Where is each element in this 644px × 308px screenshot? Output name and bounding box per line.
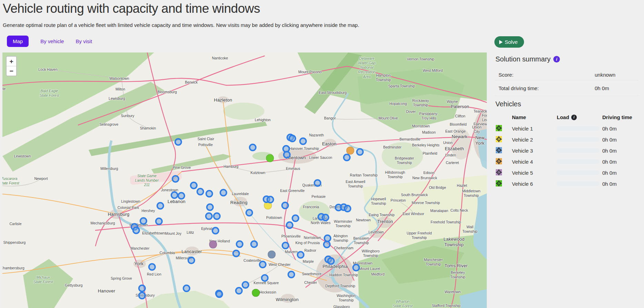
vehicle-name: Vehicle 1 <box>512 126 533 132</box>
visit-marker[interactable] <box>289 135 296 142</box>
visit-marker[interactable] <box>178 192 185 200</box>
map-label: Reading <box>230 200 248 205</box>
visit-marker[interactable] <box>250 240 258 248</box>
visit-marker[interactable] <box>286 221 293 229</box>
map-label: King of Prussia <box>295 241 320 245</box>
vehicle-row: Vehicle 40h 0m <box>494 156 643 167</box>
visit-marker[interactable] <box>242 281 249 289</box>
visit-marker[interactable] <box>205 212 213 220</box>
visit-marker[interactable] <box>249 144 256 151</box>
map-label: Norristown <box>304 235 321 240</box>
visit-marker[interactable] <box>323 241 331 248</box>
visit-marker[interactable] <box>283 151 291 158</box>
summary-row: Total driving time:0h 0m <box>494 80 639 96</box>
visit-marker[interactable] <box>288 271 295 278</box>
visit-marker[interactable] <box>259 261 266 268</box>
visit-marker[interactable] <box>232 250 240 257</box>
depot-marker[interactable] <box>346 147 354 155</box>
vehicle-row: Vehicle 30h 0m <box>494 145 643 156</box>
vehicle-row: Vehicle 10h 0m <box>494 123 643 134</box>
visit-marker[interactable] <box>212 227 219 234</box>
map-label: Manalapan <box>430 209 448 213</box>
map-label: Mount Laurel <box>359 267 380 271</box>
visit-marker[interactable] <box>220 189 227 196</box>
visit-marker[interactable] <box>343 154 351 161</box>
visit-marker[interactable] <box>148 263 156 271</box>
zoom-in-button[interactable]: + <box>7 57 16 66</box>
map-label: Shippensburg <box>3 240 26 245</box>
visit-marker[interactable] <box>138 292 146 299</box>
vehicle-load-bar <box>557 137 599 142</box>
visit-marker[interactable] <box>344 205 351 212</box>
map-label: Berwick <box>185 80 198 85</box>
visit-marker[interactable] <box>138 285 146 292</box>
depot-marker[interactable] <box>268 251 276 259</box>
visit-marker[interactable] <box>292 214 299 222</box>
visit-marker[interactable] <box>205 190 213 198</box>
vehicle-driving-time: 0h 0m <box>602 137 617 143</box>
map-label: Laureldale <box>232 192 249 196</box>
visit-marker[interactable] <box>197 188 204 195</box>
depot-marker[interactable] <box>266 154 274 162</box>
map-label: Selinsgrove <box>100 122 119 127</box>
map-label: West Chester <box>269 262 290 267</box>
visit-marker[interactable] <box>235 287 243 295</box>
visit-marker[interactable] <box>327 257 335 265</box>
route-map[interactable]: Lock HavenBellefonteBald Eagle State For… <box>2 52 487 308</box>
visit-marker[interactable] <box>140 217 147 225</box>
depot-marker[interactable] <box>209 241 217 249</box>
map-label: New York <box>475 135 485 146</box>
visit-marker[interactable] <box>281 202 289 209</box>
visit-marker[interactable] <box>314 179 321 187</box>
map-label: Lewistown <box>14 154 31 158</box>
map-label: Perkasie <box>312 194 326 199</box>
map-label: Trenton <box>377 219 393 224</box>
visit-marker[interactable] <box>188 257 195 264</box>
tab-map[interactable]: Map <box>7 36 29 47</box>
map-label: Toms River <box>444 263 467 269</box>
map-label: Berkeley Heights <box>412 143 439 147</box>
visit-marker[interactable] <box>132 227 140 234</box>
page-title: Vehicle routing with capacity and time w… <box>3 1 260 16</box>
visit-marker[interactable] <box>172 175 179 183</box>
map-label: Swarthmore <box>302 272 322 276</box>
visit-marker[interactable] <box>352 264 360 271</box>
visit-marker[interactable] <box>171 191 178 199</box>
tab-by-visit[interactable]: By visit <box>76 38 92 44</box>
visit-marker[interactable] <box>183 285 190 292</box>
tab-by-vehicle[interactable]: By vehicle <box>40 38 64 44</box>
vehicle-row: Vehicle 60h 0m <box>494 178 643 189</box>
vehicle-name: Vehicle 6 <box>512 181 533 187</box>
visit-marker[interactable] <box>261 274 269 282</box>
map-label: Kutztown <box>250 171 265 175</box>
visit-marker[interactable] <box>356 148 364 156</box>
visit-marker[interactable] <box>236 240 243 248</box>
visit-marker[interactable] <box>174 138 182 146</box>
visit-marker[interactable] <box>190 182 198 189</box>
map-label: Berkeley Township <box>443 270 472 279</box>
visit-marker[interactable] <box>215 290 223 298</box>
map-label: Clifton <box>455 114 465 118</box>
depot-marker[interactable] <box>252 289 260 297</box>
visit-marker[interactable] <box>297 251 304 259</box>
vehicle-load-bar <box>557 148 599 153</box>
summary-info-icon[interactable]: i <box>553 56 560 62</box>
map-label: Hopatcong <box>390 102 407 106</box>
visit-marker[interactable] <box>322 214 329 221</box>
visit-marker[interactable] <box>213 212 221 220</box>
map-label: Bloomsburg <box>158 90 177 94</box>
map-label: Pine Grove <box>173 165 191 170</box>
zoom-out-button[interactable]: − <box>7 66 16 76</box>
solve-button[interactable]: Solve <box>494 36 524 48</box>
visit-marker[interactable] <box>155 218 163 225</box>
visit-marker[interactable] <box>266 196 274 203</box>
load-info-icon[interactable]: i <box>571 115 577 120</box>
summary-row: Score:unknown <box>494 69 639 80</box>
visit-marker[interactable] <box>299 137 307 145</box>
map-label: Bloomfield <box>450 122 466 127</box>
visit-marker[interactable] <box>157 202 164 210</box>
visit-marker[interactable] <box>282 242 289 249</box>
visit-marker[interactable] <box>245 209 253 216</box>
visit-marker[interactable] <box>206 203 214 211</box>
map-label: Plainfield <box>423 151 437 156</box>
